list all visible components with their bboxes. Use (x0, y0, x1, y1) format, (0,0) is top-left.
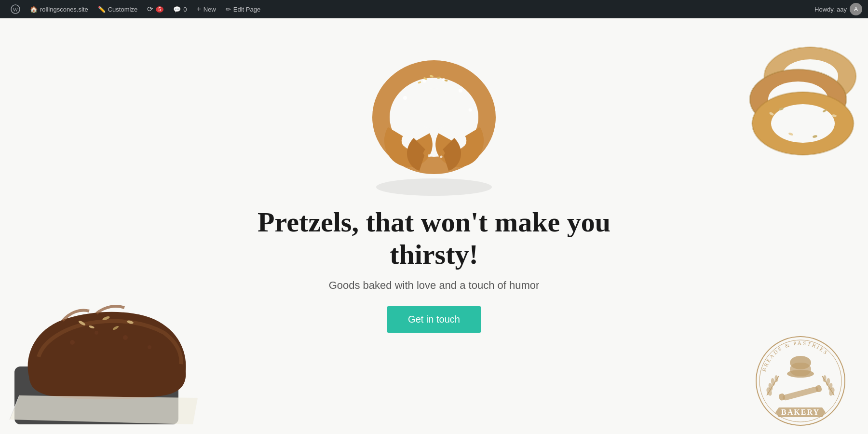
customize-label: Customize (108, 6, 137, 13)
customize-icon: ✏️ (98, 6, 106, 13)
admin-bar: W 🏠 rollingscones.site ✏️ Customize ⟳ 5 … (0, 0, 868, 18)
svg-point-6 (459, 89, 462, 93)
hero-subtitle: Goods baked with love and a touch of hum… (241, 279, 627, 292)
admin-bar-right: Howdy, aay A (814, 3, 862, 15)
bread-image (0, 270, 207, 434)
customize-button[interactable]: ✏️ Customize (93, 0, 142, 18)
wp-logo-button[interactable]: W (6, 0, 25, 18)
svg-point-48 (774, 375, 778, 382)
edit-icon: ✏ (226, 6, 231, 13)
site-name-label: rollingscones.site (40, 6, 88, 13)
hero-title: Pretzels, that won't make you thirsty! (241, 206, 627, 271)
comments-button[interactable]: 💬 0 (168, 0, 191, 18)
updates-button[interactable]: ⟳ 5 (142, 0, 168, 18)
bagels-image (714, 28, 868, 163)
svg-point-2 (376, 178, 492, 196)
svg-point-14 (418, 81, 421, 84)
svg-point-34 (123, 335, 128, 340)
site-name-button[interactable]: 🏠 rollingscones.site (25, 0, 93, 18)
svg-rect-57 (782, 386, 819, 401)
avatar[interactable]: A (850, 3, 862, 15)
comments-icon: 💬 (173, 6, 181, 13)
svg-point-56 (790, 356, 811, 369)
svg-point-8 (428, 154, 431, 157)
svg-point-53 (823, 375, 827, 382)
updates-icon: ⟳ (147, 5, 153, 14)
svg-text:BAKERY: BAKERY (781, 408, 820, 416)
get-in-touch-button[interactable]: Get in touch (387, 306, 481, 333)
pretzel-image (352, 38, 516, 202)
new-icon: + (196, 5, 201, 14)
edit-page-button[interactable]: ✏ Edit Page (221, 0, 265, 18)
new-label: New (203, 6, 216, 13)
hero-section: Pretzels, that won't make you thirsty! G… (241, 206, 627, 333)
howdy-label: Howdy, aay (814, 6, 847, 13)
updates-badge: 5 (156, 6, 163, 13)
svg-point-9 (440, 156, 443, 158)
svg-text:W: W (13, 6, 18, 13)
svg-point-7 (469, 108, 472, 112)
edit-page-label: Edit Page (233, 6, 260, 13)
main-content: BREADS & PASTRIES BAKERY (0, 18, 868, 434)
new-button[interactable]: + New (191, 0, 220, 18)
svg-point-33 (95, 331, 98, 335)
comments-count: 0 (183, 6, 187, 13)
bakery-logo: BREADS & PASTRIES BAKERY (752, 333, 849, 429)
wp-icon: W (11, 4, 20, 14)
svg-point-4 (423, 80, 426, 83)
svg-point-32 (70, 340, 75, 345)
site-icon: 🏠 (30, 6, 38, 13)
svg-point-35 (148, 345, 151, 349)
svg-point-3 (403, 96, 407, 100)
